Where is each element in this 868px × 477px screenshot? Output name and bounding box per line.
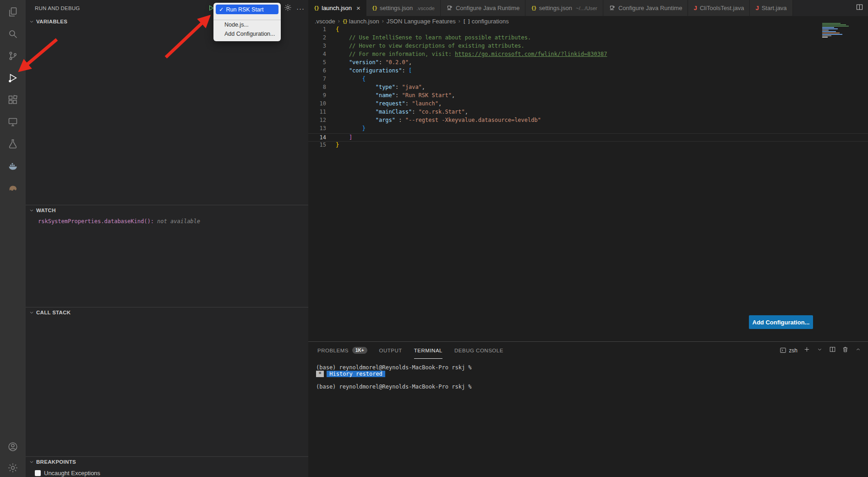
editor-tab-configure-java-runtime[interactable]: Configure Java Runtime [441,0,525,16]
code-line-8[interactable]: 8 "type": "java", [308,84,868,92]
watch-section: WATCH rskSystemProperties.databaseKind()… [26,205,308,225]
activity-bar-docker-icon[interactable] [6,159,19,172]
activity-bar-explorer-icon[interactable] [6,5,19,18]
breakpoints-section-header[interactable]: BREAKPOINTS [26,457,308,467]
code-line-4[interactable]: 4 // For more information, visit: https:… [308,51,868,59]
chevron-down-icon [29,459,34,465]
breakpoints-section: BREAKPOINTS Uncaught Exceptions [26,456,308,477]
add-configuration-button[interactable]: Add Configuration... [749,315,813,329]
terminal-line: (base) reynoldmorel@Reynolds-MacBook-Pro… [316,364,868,371]
terminal-icon [780,347,786,354]
breadcrumb-separator: › [459,18,460,24]
terminal-output[interactable]: (base) reynoldmorel@Reynolds-MacBook-Pro… [308,359,868,390]
json-braces-icon: {} [531,5,536,11]
line-number: 11 [308,109,326,117]
split-editor-icon[interactable] [856,3,863,13]
launch-settings-gear-icon[interactable] [284,4,292,13]
tab-description: .vscode [416,5,435,11]
java-file-icon: J [693,5,697,11]
breadcrumb: .vscode›{}launch.json›JSON Language Feat… [308,16,868,26]
terminal-dropdown-icon[interactable] [816,346,823,355]
panel-tab-debug-console[interactable]: DEBUG CONSOLE [454,342,503,359]
line-number: 5 [308,59,326,67]
code-line-1[interactable]: 1 { [308,26,868,34]
code-line-5[interactable]: 5 "version": "0.2.0", [308,59,868,67]
checkmark-icon: ✓ [219,6,224,13]
watch-expression-row[interactable]: rskSystemProperties.databaseKind(): not … [26,218,308,225]
line-number: 6 [308,67,326,76]
code-line-10[interactable]: 10 "request": "launch", [308,100,868,109]
code-line-13[interactable]: 13 } [308,125,868,133]
activity-bar-gradle-icon[interactable] [6,181,19,194]
code-line-11[interactable]: 11 "mainClass": "co.rsk.Start", [308,109,868,117]
code-line-6[interactable]: 6 "configurations": [ [308,67,868,76]
call-stack-section-header[interactable]: CALL STACK [26,307,308,318]
close-tab-icon[interactable]: × [356,5,360,11]
bottom-panel: PROBLEMS 1K+ OUTPUT TERMINAL DEBUG CONSO… [308,341,868,477]
breadcrumb-item[interactable]: .vscode [315,18,335,25]
editor-tab-settings-json[interactable]: {}settings.json .vscode [366,0,441,16]
new-terminal-icon[interactable] [803,346,810,355]
activity-bar-accounts-icon[interactable] [6,440,19,453]
line-number: 10 [308,100,326,109]
panel-tab-terminal[interactable]: TERMINAL [414,342,442,359]
breakpoint-row: Uncaught Exceptions [26,470,308,477]
editor-tab-configure-java-runtime[interactable]: Configure Java Runtime [603,0,688,16]
uncaught-exceptions-checkbox[interactable] [35,470,41,476]
dropdown-selected-item[interactable]: ✓ Run RSK Start [216,5,278,14]
code-line-15[interactable]: 15 } [308,142,868,150]
line-number: 4 [308,51,326,59]
code-line-2[interactable]: 2 // Use IntelliSense to learn about pos… [308,34,868,43]
editor-tab-settings-json[interactable]: {}settings.json ~/.../User [525,0,603,16]
activity-bar-run-and-debug-icon[interactable] [6,71,19,84]
editor-group: {}launch.json × {}settings.json .vscode … [308,0,868,477]
panel-tab-output[interactable]: OUTPUT [379,342,402,359]
vscode-window: RUN AND DEBUG ··· VARIABLES WATCH [0,0,868,477]
code-line-14[interactable]: 14 ] [308,133,868,142]
dropdown-item-add-configuration-[interactable]: Add Configuration... [213,29,281,38]
editor-tab-start-java[interactable]: JStart.java [750,0,792,16]
activity-bar [0,0,26,477]
watch-section-header[interactable]: WATCH [26,205,308,215]
code-line-3[interactable]: 3 // Hover to view descriptions of exist… [308,43,868,51]
maximize-panel-icon[interactable] [855,346,862,355]
activity-bar-settings-icon[interactable] [6,461,19,474]
terminal-line: *History restored [316,371,868,377]
activity-bar-testing-icon[interactable] [6,137,19,150]
activity-bar-source-control-icon[interactable] [6,49,19,62]
json-braces-icon: {} [372,5,377,11]
problems-count-badge: 1K+ [352,347,367,354]
tab-description: ~/.../User [576,5,597,11]
breadcrumb-item[interactable]: [ ]configurations [463,18,509,25]
call-stack-section: CALL STACK [26,307,308,318]
panel-actions: zsh [780,346,868,355]
minimap[interactable] [822,23,852,38]
json-braces-icon: {} [314,5,319,11]
kill-terminal-icon[interactable] [842,346,849,355]
array-icon: [ ] [463,19,470,24]
line-number: 12 [308,117,326,125]
shell-selector[interactable]: zsh [780,347,797,354]
line-number: 7 [308,76,326,84]
code-editor[interactable]: 1 { 2 // Use IntelliSense to learn about… [308,26,868,150]
panel-tab-problems[interactable]: PROBLEMS 1K+ [317,342,367,359]
editor-tab-launch-json[interactable]: {}launch.json × [308,0,366,16]
code-line-12[interactable]: 12 "args" : "--regtest -Xkeyvalue.dataso… [308,117,868,125]
dropdown-item-node-js-[interactable]: Node.js... [213,20,281,29]
terminal-line [316,377,868,384]
split-terminal-icon[interactable] [829,346,836,355]
code-line-7[interactable]: 7 { [308,76,868,84]
chevron-down-icon [29,310,34,315]
java-cup-icon [609,4,616,12]
breadcrumb-item[interactable]: JSON Language Features [387,18,456,25]
editor-tab-clitoolstest-java[interactable]: JCliToolsTest.java [688,0,750,16]
activity-bar-search-icon[interactable] [6,27,19,40]
activity-bar-extensions-icon[interactable] [6,93,19,106]
more-actions-icon[interactable]: ··· [296,5,305,12]
code-line-9[interactable]: 9 "name": "Run RSK Start", [308,92,868,100]
breadcrumb-item[interactable]: {}launch.json [343,18,379,25]
java-cup-icon [446,4,453,12]
activity-bar-remote-explorer-icon[interactable] [6,115,19,128]
sidebar-title: RUN AND DEBUG [35,5,80,11]
chevron-down-icon [29,19,34,24]
